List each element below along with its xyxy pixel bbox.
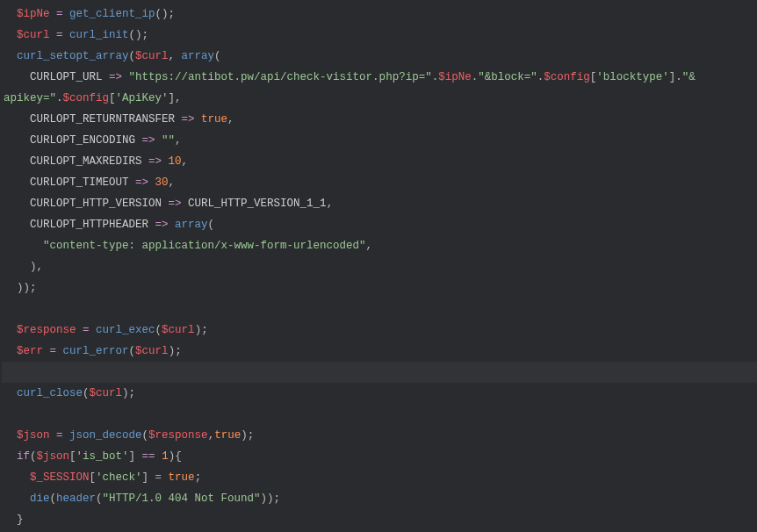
code-token: CURLOPT_HTTP_VERSION	[30, 198, 162, 210]
code-token: (	[96, 492, 103, 505]
code-token: =>	[169, 198, 182, 210]
code-token: ,	[175, 134, 182, 147]
code-token: 10	[169, 155, 182, 168]
code-line: $err = curl_error($curl);	[2, 341, 757, 362]
code-token: $err	[17, 345, 43, 357]
code-token: .	[675, 71, 682, 83]
code-line: if($json['is_bot'] == 1){	[2, 446, 757, 467]
code-token: (	[129, 50, 136, 62]
code-line: $ipNe = get_client_ip();	[2, 4, 757, 25]
code-token: "&block="	[478, 71, 537, 83]
code-token: ));	[17, 282, 37, 294]
code-token	[155, 134, 162, 147]
code-token	[169, 219, 176, 231]
code-token: =	[56, 429, 63, 442]
code-token: "HTTP/1.0 404 Not Found"	[103, 492, 261, 505]
code-token: apikey="	[4, 92, 56, 104]
code-token: $curl	[90, 387, 123, 399]
code-token: );	[241, 429, 254, 442]
code-token: ),	[30, 261, 43, 273]
code-token: =>	[142, 134, 155, 147]
code-token: true	[214, 429, 241, 442]
code-token	[63, 429, 70, 442]
code-token: CURL_HTTP_VERSION_1_1	[188, 198, 327, 210]
code-token: $json	[37, 450, 70, 463]
code-token: =>	[182, 113, 195, 126]
code-token: curl_close	[17, 387, 83, 399]
code-token: =>	[148, 155, 162, 168]
code-token: curl_error	[63, 345, 129, 357]
code-token: CURLOPT_RETURNTRANSFER	[30, 113, 175, 126]
code-token: ,	[182, 155, 189, 168]
code-line: CURLOPT_ENCODING => "",	[2, 130, 757, 151]
code-token: get_client_ip	[69, 8, 155, 20]
code-token: $curl	[17, 29, 50, 41]
code-line: CURLOPT_HTTP_VERSION => CURL_HTTP_VERSIO…	[2, 193, 757, 214]
code-token: (	[83, 387, 90, 399]
code-token: ();	[129, 29, 149, 41]
code-token: );	[122, 387, 135, 399]
code-line: ));	[2, 277, 757, 298]
code-token	[148, 176, 155, 189]
code-token: 'is_bot'	[76, 450, 129, 463]
code-token: "content-type: application/x-www-form-ur…	[43, 240, 366, 252]
code-token	[155, 450, 162, 463]
code-token: 30	[155, 176, 169, 189]
code-token: CURLOPT_HTTPHEADER	[30, 219, 148, 231]
code-token: [	[90, 471, 97, 484]
code-editor[interactable]: $ipNe = get_client_ip(); $curl = curl_in…	[0, 0, 757, 532]
code-token: "https://antibot.pw/api/check-visitor.ph…	[129, 71, 432, 83]
code-line: }	[2, 509, 757, 530]
code-line: "content-type: application/x-www-form-ur…	[2, 235, 757, 256]
code-token: $curl	[135, 345, 169, 357]
code-token: array	[175, 219, 208, 231]
code-token: true	[169, 471, 195, 484]
code-token: $curl	[135, 50, 169, 62]
code-token	[195, 113, 202, 126]
code-token: ();	[155, 8, 176, 20]
code-token	[50, 8, 57, 20]
code-token: 1	[162, 450, 169, 463]
code-token: =	[83, 324, 90, 336]
code-token: .	[56, 92, 63, 104]
code-token: ,	[366, 240, 373, 252]
code-token	[129, 176, 136, 189]
code-token: if	[17, 450, 30, 463]
code-token: [	[69, 450, 76, 463]
code-token: $ipNe	[438, 71, 472, 83]
code-token	[56, 345, 63, 357]
code-line	[2, 362, 757, 383]
code-token	[76, 324, 83, 336]
code-line: CURLOPT_URL => "https://antibot.pw/api/c…	[2, 67, 757, 88]
code-token: );	[169, 345, 182, 357]
code-line: CURLOPT_MAXREDIRS => 10,	[2, 151, 757, 172]
code-token	[148, 219, 155, 231]
code-token: $curl	[162, 324, 195, 336]
code-line: curl_close($curl);	[2, 383, 757, 404]
code-line	[2, 298, 757, 320]
code-token: =	[155, 471, 162, 484]
code-line: $json = json_decode($response,true);	[2, 425, 757, 446]
code-token: ,	[227, 113, 234, 126]
code-token: header	[56, 492, 96, 505]
code-token	[63, 8, 70, 20]
code-token: $ipNe	[17, 8, 50, 20]
code-token	[142, 155, 149, 168]
code-token: ,	[327, 198, 334, 210]
code-token: 'blocktype'	[596, 71, 669, 83]
code-token: ]	[129, 450, 142, 463]
code-token: curl_init	[69, 29, 129, 41]
code-token: =>	[109, 71, 122, 83]
code-token: 'ApiKey'	[116, 92, 169, 104]
code-token: $config	[63, 92, 110, 104]
code-token: =	[56, 8, 63, 20]
code-token: ,	[169, 50, 182, 62]
code-token: ;	[195, 471, 202, 484]
code-line: CURLOPT_RETURNTRANSFER => true,	[2, 109, 757, 130]
code-token: (	[30, 450, 37, 463]
code-token: ,	[208, 429, 215, 442]
code-line: CURLOPT_TIMEOUT => 30,	[2, 172, 757, 193]
code-line: $_SESSION['check'] = true;	[2, 467, 757, 488]
code-token: CURLOPT_ENCODING	[30, 134, 135, 147]
code-token: 'check'	[96, 471, 142, 484]
